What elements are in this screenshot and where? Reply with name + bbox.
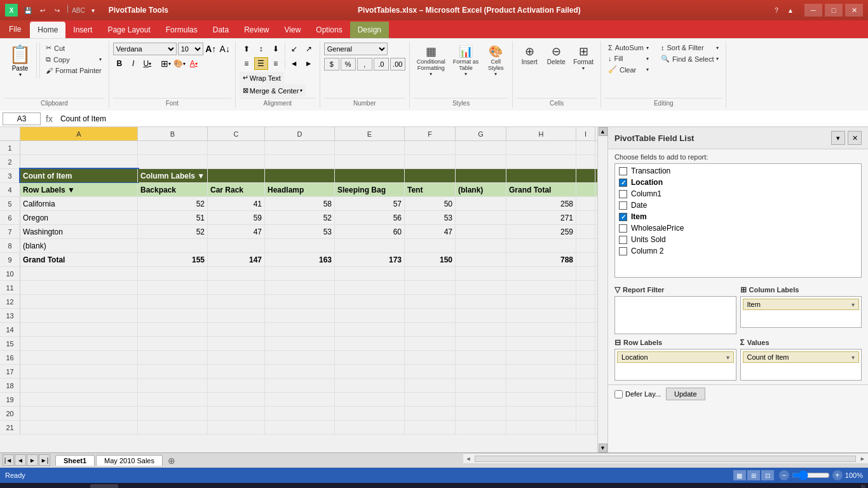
col-header-c[interactable]: C [208,127,265,140]
cell-d14[interactable] [265,323,335,336]
cell-a17[interactable] [20,365,138,378]
cell-g16[interactable] [456,351,506,364]
underline-button[interactable]: U▾ [141,57,154,70]
cell-a11[interactable] [20,281,138,294]
cell-d19[interactable] [265,393,335,406]
page-layout-view-btn[interactable]: ⊞ [747,470,760,480]
cell-g6[interactable] [456,211,506,224]
cell-f3[interactable] [405,169,456,182]
align-center-btn[interactable]: ☰ [254,57,268,70]
scroll-up-btn[interactable]: ▲ [599,127,607,136]
cell-c3[interactable] [208,169,265,182]
cell-f2[interactable] [405,155,456,168]
cell-f9[interactable]: 150 [405,253,456,266]
cell-i1[interactable] [576,141,595,154]
update-button[interactable]: Update [666,388,705,400]
cell-b14[interactable] [138,323,208,336]
cell-d8[interactable] [265,239,335,252]
minimize-btn[interactable]: ─ [804,4,822,17]
tab-home[interactable]: Home [30,22,65,38]
italic-button[interactable]: I [127,57,140,70]
cell-e17[interactable] [335,365,405,378]
cell-e8[interactable] [335,239,405,252]
col-header-d[interactable]: D [265,127,335,140]
ribbon-toggle-btn[interactable]: ▲ [784,4,797,17]
zoom-out-btn[interactable]: − [779,470,789,480]
cell-b1[interactable] [138,141,208,154]
normal-view-btn[interactable]: ▦ [733,470,746,480]
cell-e21[interactable] [335,421,405,434]
cell-styles-dropdown[interactable]: ▾ [494,71,497,77]
sheet-tab-sheet1[interactable]: Sheet1 [55,455,95,466]
increase-decimal-btn[interactable]: .0 [374,58,389,71]
conditional-formatting-btn[interactable]: ▦ ConditionalFormatting ▾ [414,43,449,79]
format-table-dropdown[interactable]: ▾ [465,71,467,77]
cell-e5[interactable]: 57 [335,197,405,210]
cell-b18[interactable] [138,379,208,392]
column-labels-item-item[interactable]: Item ▾ [743,299,860,310]
cell-a16[interactable] [20,351,138,364]
field-item-units-sold[interactable]: Units Sold [616,234,860,245]
cell-b7[interactable]: 52 [138,225,208,238]
report-filter-box[interactable] [614,296,736,334]
cell-c11[interactable] [208,281,265,294]
paste-button[interactable]: 📋 Paste ▾ [4,43,37,79]
cell-h6[interactable]: 271 [506,211,576,224]
wrap-text-btn[interactable]: ↵ Wrap Text [240,72,284,84]
values-item-count[interactable]: Count of Item ▾ [743,351,860,363]
cell-i7[interactable] [576,225,595,238]
cell-d13[interactable] [265,309,335,322]
cell-h16[interactable] [506,351,576,364]
merge-dropdown-icon[interactable]: ▾ [300,88,302,93]
cell-a10[interactable] [20,267,138,280]
cell-f13[interactable] [405,309,456,322]
cell-b4[interactable]: Backpack [138,183,208,196]
cell-f19[interactable] [405,393,456,406]
cell-a14[interactable] [20,323,138,336]
cell-f15[interactable] [405,337,456,350]
delete-btn[interactable]: ⊖ Delete [543,43,569,67]
col-header-f[interactable]: F [405,127,456,140]
cell-i2[interactable] [576,155,595,168]
cell-h4[interactable]: Grand Total [506,183,576,196]
align-middle-btn[interactable]: ↕ [254,43,268,55]
cell-b16[interactable] [138,351,208,364]
column-labels-item-dropdown[interactable]: ▾ [851,301,855,308]
cell-e14[interactable] [335,323,405,336]
taskbar-unknown-btn1[interactable]: 👾 [119,484,147,488]
cell-c20[interactable] [208,407,265,420]
autosum-dropdown[interactable]: ▾ [646,45,649,51]
field-checkbox-date[interactable] [619,201,627,210]
cell-h18[interactable] [506,379,576,392]
cell-i11[interactable] [576,281,595,294]
cell-a18[interactable] [20,379,138,392]
cell-b2[interactable] [138,155,208,168]
cell-f12[interactable] [405,295,456,308]
cell-f18[interactable] [405,379,456,392]
font-color-button[interactable]: A▾ [187,57,200,70]
cell-c19[interactable] [208,393,265,406]
taskbar-excel2-btn[interactable]: X [412,484,440,488]
cell-e4[interactable]: Sleeping Bag [335,183,405,196]
field-checkbox-item[interactable]: ✓ [619,213,627,221]
cell-c12[interactable] [208,295,265,308]
cell-i6[interactable] [576,211,595,224]
cut-button[interactable]: ✂ Cut [43,43,105,53]
format-btn[interactable]: ⊞ Format ▾ [570,43,597,73]
find-select-btn[interactable]: 🔍 Find & Select ▾ [658,53,722,64]
decrease-indent-btn[interactable]: ◄ [287,57,301,70]
taskbar-mail-btn[interactable]: ➤ [149,484,177,488]
cell-i15[interactable] [576,337,595,350]
cell-h11[interactable] [506,281,576,294]
cell-g20[interactable] [456,407,506,420]
show-desktop-btn[interactable] [862,485,865,488]
cell-d9[interactable]: 163 [265,253,335,266]
cell-f7[interactable]: 47 [405,225,456,238]
cell-f14[interactable] [405,323,456,336]
align-left-btn[interactable]: ≡ [240,57,254,70]
cell-e2[interactable] [335,155,405,168]
cell-h9[interactable]: 788 [506,253,576,266]
cell-b20[interactable] [138,407,208,420]
field-item-column1[interactable]: Column1 [616,188,860,200]
taskbar-file-explorer-btn[interactable]: 📁 [32,484,60,488]
